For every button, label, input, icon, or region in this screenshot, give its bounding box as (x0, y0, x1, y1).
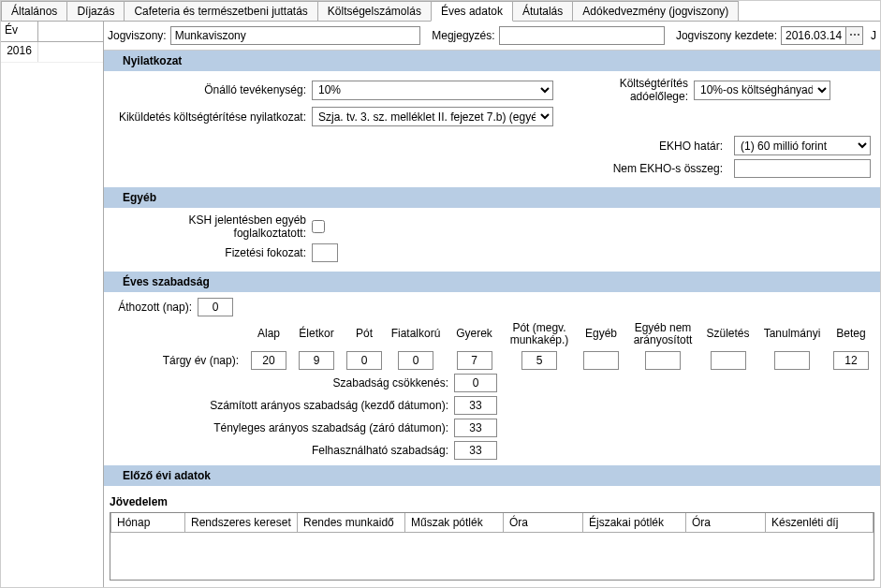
targy-pot[interactable] (346, 351, 382, 370)
col-eletkor: Életkor (293, 328, 340, 340)
th-ejszakai[interactable]: Éjszakai pótlék (583, 513, 686, 533)
year-panel: Év 2016 (1, 22, 104, 587)
table-header: Hónap Rendszeres kereset Rendes munkaidő… (110, 513, 874, 533)
section-egyeb: Egyéb (104, 187, 880, 208)
year-header: Év (1, 22, 103, 42)
nem-ekho-label: Nem EKHO-s összeg: (613, 162, 728, 175)
col-alap: Alap (250, 328, 287, 340)
col-tanulmanyi: Tanulmányi (759, 328, 825, 340)
ksh-label: KSH jelentésben egyéb foglalkoztatott: (113, 213, 312, 240)
tab-atutalas[interactable]: Átutalás (512, 1, 573, 21)
megjegyzes-label: Megjegyzés: (432, 29, 494, 42)
table-body[interactable] (110, 533, 874, 580)
athozott-input[interactable] (198, 298, 233, 316)
tab-koltsegelszamolas[interactable]: Költségelszámolás (317, 1, 432, 21)
top-row: Jogviszony: Megjegyzés: Jogviszony kezde… (104, 22, 880, 51)
year-value: 2016 (1, 42, 38, 62)
tab-strip: Általános Díjazás Cafeteria és természet… (1, 1, 880, 22)
section-elozo-evi: Előző évi adatok (104, 465, 880, 486)
th-rendszeres[interactable]: Rendszeres kereset (185, 513, 298, 533)
col-egyeb: Egyéb (579, 328, 624, 340)
year-row[interactable]: 2016 (1, 42, 103, 63)
tab-cafeteria[interactable]: Cafeteria és természetbeni juttatás (124, 1, 317, 21)
th-keszenleti[interactable]: Készenléti díj (766, 513, 874, 533)
targy-pot-megv[interactable] (521, 351, 557, 370)
col-gyerek: Gyerek (448, 328, 500, 340)
fokozat-input[interactable] (312, 243, 338, 262)
th-honap[interactable]: Hónap (110, 513, 185, 533)
targy-label: Tárgy év (nap): (113, 354, 244, 367)
tab-altalanos[interactable]: Általános (1, 1, 67, 21)
col-pot: Pót (345, 328, 383, 340)
felh-label: Felhasználható szabadság: (113, 444, 454, 457)
targy-egyeb[interactable] (583, 351, 619, 370)
kikuldetes-select[interactable]: Szja. tv. 3. sz. melléklet II. fejezet 7… (312, 107, 553, 126)
year-header-label: Év (1, 22, 38, 41)
th-rendes[interactable]: Rendes munkaidő (298, 513, 405, 533)
felh-input[interactable] (454, 441, 497, 460)
section-eves-szabadsag: Éves szabadság (104, 272, 880, 292)
szamitott-label: Számított arányos szabadság (kezdő dátum… (113, 399, 454, 412)
onallo-select[interactable]: 10% (312, 81, 553, 100)
szamitott-input[interactable] (454, 396, 497, 415)
jovedelem-table: Hónap Rendszeres kereset Rendes munkaidő… (110, 512, 874, 581)
main-panel: Jogviszony: Megjegyzés: Jogviszony kezde… (104, 22, 880, 587)
section-nyilatkozat: Nyilatkozat (104, 51, 880, 71)
targy-fiatalkoru[interactable] (398, 351, 433, 370)
col-beteg: Beteg (830, 328, 872, 340)
tenyleges-label: Tényleges arányos szabadság (záró dátumo… (113, 421, 454, 434)
kezdete-label: Jogviszony kezdete: (676, 29, 777, 42)
targy-gyerek[interactable] (457, 351, 492, 370)
th-ora1[interactable]: Óra (504, 513, 583, 533)
athozott-label: Áthozott (nap): (113, 301, 198, 314)
tab-adokedvezmeny[interactable]: Adókedvezmény (jogviszony) (572, 1, 739, 21)
fokozat-label: Fizetési fokozat: (113, 246, 312, 259)
jovedelem-label: Jövedelem (110, 495, 874, 508)
megjegyzes-input[interactable] (499, 26, 665, 45)
ktelolege-label: Költségtérítés adóelőlege: (563, 77, 694, 103)
targy-tanulmanyi[interactable] (774, 351, 810, 370)
ktelolege-select[interactable]: 10%-os költséghányad (694, 81, 830, 100)
col-egyeb-nem: Egyéb nem arányosított (629, 322, 697, 345)
onallo-label: Önálló tevékenység: (113, 83, 312, 96)
targy-beteg[interactable] (833, 351, 869, 370)
tab-eves-adatok[interactable]: Éves adatok (431, 1, 513, 22)
ksh-checkbox[interactable] (312, 220, 325, 233)
th-ora2[interactable]: Óra (686, 513, 766, 533)
kezdete-input[interactable] (781, 26, 846, 45)
jogviszony-label: Jogviszony: (108, 29, 167, 42)
targy-eletkor[interactable] (299, 351, 334, 370)
csokk-label: Szabadság csökkenés: (113, 376, 454, 390)
col-pot-megv: Pót (megv. munkakép.) (506, 322, 573, 345)
targy-alap[interactable] (251, 351, 286, 370)
th-muszak[interactable]: Műszak pótlék (405, 513, 504, 533)
ekho-hatar-select[interactable]: (1) 60 millió forint (734, 136, 871, 155)
trailing-letter: J (871, 29, 876, 42)
tab-dijazas[interactable]: Díjazás (66, 1, 125, 21)
csokk-input[interactable] (454, 374, 497, 392)
jogviszony-input[interactable] (170, 26, 421, 45)
targy-szuletes[interactable] (711, 351, 746, 370)
col-fiatalkoru: Fiatalkorú (389, 328, 443, 340)
date-picker-icon[interactable]: ⋯ (846, 26, 863, 45)
col-szuletes: Születés (702, 328, 754, 340)
nem-ekho-input[interactable] (734, 159, 871, 178)
ekho-hatar-label: EKHO határ: (659, 140, 728, 153)
targy-egyeb-nem[interactable] (645, 351, 681, 370)
tenyleges-input[interactable] (454, 419, 497, 437)
kikuldetes-label: Kiküldetés költségtérítése nyilatkozat: (113, 110, 312, 124)
